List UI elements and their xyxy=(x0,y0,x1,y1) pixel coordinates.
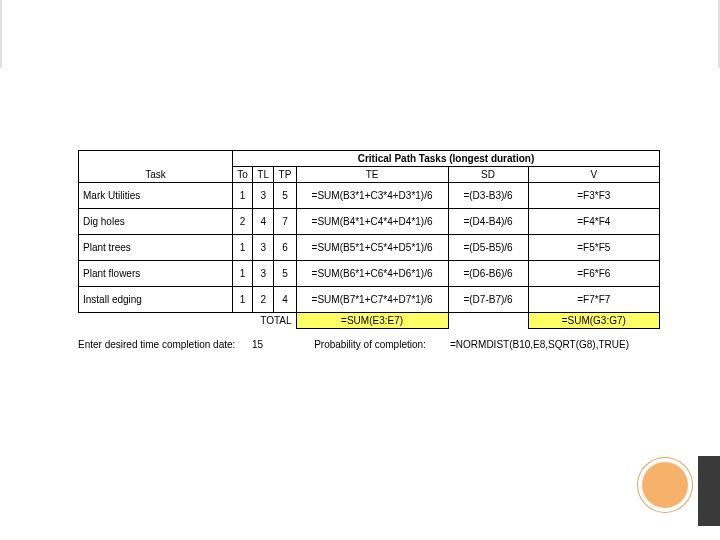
cell-te: =SUM(B3*1+C3*4+D3*1)/6 xyxy=(296,183,448,209)
cell-task: Plant trees xyxy=(79,235,233,261)
total-v: =SUM(G3:G7) xyxy=(528,313,659,329)
cell-sd: =(D7-B7)/6 xyxy=(448,287,528,313)
col-tl: TL xyxy=(253,167,274,183)
accent-circle-icon xyxy=(638,458,692,512)
cell-task: Mark Utilities xyxy=(79,183,233,209)
col-to: To xyxy=(232,167,252,183)
cell-sd: =(D3-B3)/6 xyxy=(448,183,528,209)
cell-task: Install edging xyxy=(79,287,233,313)
cell-v: =F4*F4 xyxy=(528,209,659,235)
cell-to: 1 xyxy=(232,287,252,313)
col-sd: SD xyxy=(448,167,528,183)
cell-v: =F5*F5 xyxy=(528,235,659,261)
table-title: Critical Path Tasks (longest duration) xyxy=(232,151,659,167)
cell-sd: =(D4-B4)/6 xyxy=(448,209,528,235)
cell-tp: 7 xyxy=(274,209,296,235)
table-row: Dig holes 2 4 7 =SUM(B4*1+C4*4+D4*1)/6 =… xyxy=(79,209,660,235)
cell-te: =SUM(B6*1+C6*4+D6*1)/6 xyxy=(296,261,448,287)
table-row: Mark Utilities 1 3 5 =SUM(B3*1+C3*4+D3*1… xyxy=(79,183,660,209)
total-label: TOTAL xyxy=(79,313,297,329)
cell-task: Plant flowers xyxy=(79,261,233,287)
cell-to: 2 xyxy=(232,209,252,235)
cell-tp: 6 xyxy=(274,235,296,261)
total-sd-blank xyxy=(448,313,528,329)
page-frame-top xyxy=(0,0,720,68)
cell-tp: 4 xyxy=(274,287,296,313)
cell-sd: =(D6-B6)/6 xyxy=(448,261,528,287)
date-label: Enter desired time completion date: xyxy=(78,339,252,350)
cell-tl: 3 xyxy=(253,235,274,261)
cell-v: =F7*F7 xyxy=(528,287,659,313)
col-te: TE xyxy=(296,167,448,183)
cell-to: 1 xyxy=(232,261,252,287)
footer-row: Enter desired time completion date: 15 P… xyxy=(78,339,660,350)
critical-path-table: Critical Path Tasks (longest duration) T… xyxy=(78,150,660,329)
date-value: 15 xyxy=(252,339,290,350)
col-task: Task xyxy=(79,167,233,183)
cell-v: =F3*F3 xyxy=(528,183,659,209)
cell-tp: 5 xyxy=(274,183,296,209)
total-te: =SUM(E3:E7) xyxy=(296,313,448,329)
slide-thumb-rail xyxy=(698,456,720,526)
cell-tl: 3 xyxy=(253,183,274,209)
slide-content: Critical Path Tasks (longest duration) T… xyxy=(78,150,660,350)
cell-to: 1 xyxy=(232,183,252,209)
table-row: Plant trees 1 3 6 =SUM(B5*1+C5*4+D5*1)/6… xyxy=(79,235,660,261)
cell-tl: 3 xyxy=(253,261,274,287)
table-row: Plant flowers 1 3 5 =SUM(B6*1+C6*4+D6*1)… xyxy=(79,261,660,287)
cell-task: Dig holes xyxy=(79,209,233,235)
title-blank xyxy=(79,151,233,167)
cell-to: 1 xyxy=(232,235,252,261)
table-row: Install edging 1 2 4 =SUM(B7*1+C7*4+D7*1… xyxy=(79,287,660,313)
cell-te: =SUM(B4*1+C4*4+D4*1)/6 xyxy=(296,209,448,235)
cell-tl: 4 xyxy=(253,209,274,235)
cell-te: =SUM(B7*1+C7*4+D7*1)/6 xyxy=(296,287,448,313)
cell-tp: 5 xyxy=(274,261,296,287)
prob-formula: =NORMDIST(B10,E8,SQRT(G8),TRUE) xyxy=(450,339,660,350)
cell-tl: 2 xyxy=(253,287,274,313)
cell-sd: =(D5-B5)/6 xyxy=(448,235,528,261)
col-tp: TP xyxy=(274,167,296,183)
prob-label: Probability of completion: xyxy=(290,339,450,350)
cell-te: =SUM(B5*1+C5*4+D5*1)/6 xyxy=(296,235,448,261)
cell-v: =F6*F6 xyxy=(528,261,659,287)
col-v: V xyxy=(528,167,659,183)
